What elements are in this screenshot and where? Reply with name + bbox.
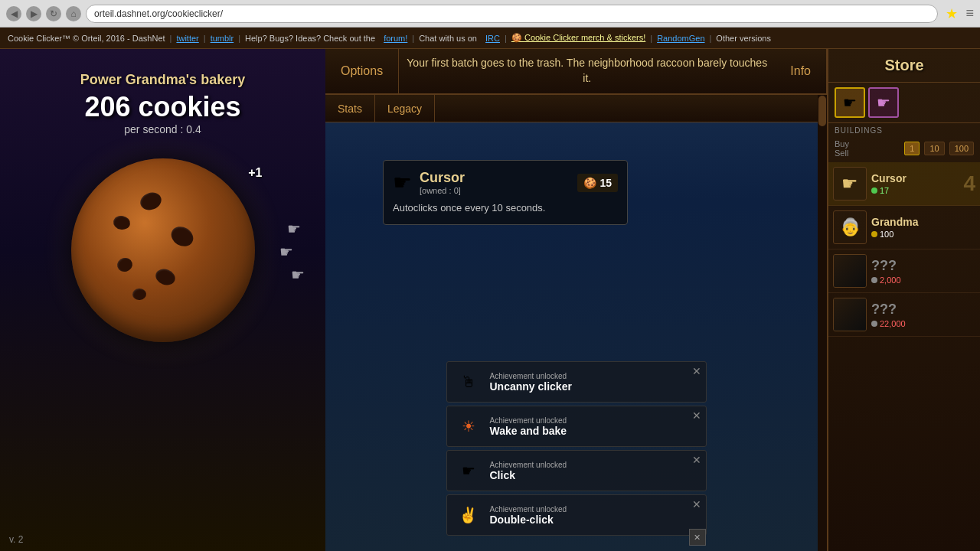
options-button[interactable]: Options	[325, 49, 399, 93]
left-panel: Power Grandma's bakery 206 cookies per s…	[0, 49, 325, 551]
ach-click-icon: ☛	[455, 457, 482, 484]
refresh-button[interactable]: ↻	[46, 6, 61, 21]
ach-uncanny-close[interactable]: ✕	[692, 365, 701, 377]
ach-wake-icon: ☀	[455, 412, 482, 440]
browser-menu[interactable]: ≡	[965, 5, 974, 21]
ach-wake-text: Achievement unlocked Wake and bake	[490, 416, 698, 437]
grandma-building-name: Grandma	[871, 216, 975, 228]
choc-chip	[153, 266, 177, 288]
grandma-price-text: 100	[880, 230, 893, 239]
tooltip-description: Autoclicks once every 10 seconds.	[393, 201, 618, 215]
unknown1-name: ???	[871, 258, 975, 274]
unknown2-name: ???	[871, 302, 975, 318]
cursor-price: 17	[871, 186, 975, 195]
qty-1-button[interactable]: 1	[904, 142, 920, 155]
ach-wake-close[interactable]: ✕	[692, 409, 701, 422]
info-button[interactable]: Info	[775, 49, 827, 93]
ach-uncanny-name: Uncanny clicker	[490, 380, 698, 393]
ach-unlocked-label: Achievement unlocked	[490, 372, 698, 380]
cookie-count: 206 cookies	[84, 91, 240, 123]
ach-double-close[interactable]: ✕	[692, 498, 701, 510]
middle-panel: Options Your first batch goes to the tra…	[325, 49, 827, 551]
help-text: Help? Bugs? Ideas? Check out the	[245, 34, 375, 43]
secondary-buttons: Stats Legacy	[325, 95, 827, 122]
top-nav: Cookie Clicker™ © Orteil, 2016 - DashNet…	[0, 28, 980, 49]
tab-buildings[interactable]: ☛	[835, 87, 865, 118]
ach-uncanny-icon: 🖱	[455, 368, 482, 396]
merch-link[interactable]: 🍪 Cookie Clicker merch & stickers!	[511, 33, 645, 43]
copyright-text: Cookie Clicker™ © Orteil, 2016 - DashNet	[8, 34, 165, 43]
scroll-thumb	[818, 96, 826, 126]
tab-upgrades[interactable]: ☛	[868, 87, 899, 118]
random-link[interactable]: RandomGen	[657, 34, 704, 43]
news-text: Your first batch goes to the trash. The …	[407, 56, 767, 86]
all-close-button[interactable]: ✕	[689, 529, 706, 546]
grandma-price-dot	[871, 231, 877, 237]
legacy-button[interactable]: Legacy	[375, 95, 435, 122]
cursor-float-2: ☛	[279, 243, 293, 261]
unknown2-price-dot	[871, 321, 877, 327]
unknown2-info: ??? 22,000	[871, 302, 975, 328]
building-cursor[interactable]: ☛ Cursor 17 4	[828, 162, 980, 206]
tooltip-header: ☛ Cursor [owned : 0] 🍪 15	[393, 170, 618, 195]
grandma-info: Grandma 100	[871, 216, 975, 239]
tumblr-link[interactable]: tumblr	[211, 34, 234, 43]
ach-double-name: Double-click	[490, 514, 698, 526]
tooltip-name: Cursor	[420, 170, 570, 186]
ach-wake-unlocked: Achievement unlocked	[490, 416, 698, 425]
building-unknown-2[interactable]: ??? 22,000	[828, 293, 980, 337]
tooltip-cursor-icon: ☛	[393, 170, 412, 195]
choc-chip	[132, 288, 146, 301]
building-unknown-1[interactable]: ??? 2,000	[828, 249, 980, 293]
cursor-float-1: ☛	[287, 220, 301, 238]
building-grandma[interactable]: 👵 Grandma 100	[828, 206, 980, 249]
price-number: 15	[599, 177, 612, 189]
unknown1-price-dot	[871, 277, 877, 283]
middle-scrollbar[interactable]	[818, 95, 827, 551]
buy-sell-row: Buy Sell 1 10 100	[828, 138, 980, 162]
grandma-price: 100	[871, 230, 975, 239]
achievement-click: ☛ Achievement unlocked Click ✕	[446, 450, 707, 491]
qty-10-button[interactable]: 10	[924, 142, 944, 155]
top-buttons: Options Your first batch goes to the tra…	[325, 49, 827, 95]
cursor-price-dot	[871, 187, 877, 194]
unknown1-price-text: 2,000	[880, 276, 901, 285]
unknown1-icon	[833, 254, 867, 288]
twitter-link[interactable]: twitter	[176, 34, 198, 43]
back-button[interactable]: ◀	[6, 6, 21, 21]
unknown1-info: ??? 2,000	[871, 258, 975, 285]
unknown2-price-text: 22,000	[880, 319, 906, 328]
tooltip-title-area: Cursor [owned : 0]	[420, 170, 570, 195]
bookmark-star[interactable]: ★	[946, 5, 958, 22]
home-button[interactable]: ⌂	[66, 6, 81, 21]
store-tabs: ☛ ☛	[828, 83, 980, 123]
ach-double-icon: ✌	[455, 501, 482, 529]
price-cookie-icon: 🍪	[583, 177, 596, 189]
unknown2-icon	[833, 298, 867, 331]
cursor-building-name: Cursor	[871, 172, 975, 184]
buildings-label: Buildings	[828, 123, 980, 138]
other-versions: Other versions	[716, 34, 771, 43]
achievement-double: ✌ Achievement unlocked Double-click ✕ ✕	[446, 494, 707, 536]
store-title: Store	[828, 49, 980, 83]
cursor-building-icon: ☛	[833, 167, 867, 201]
stats-button[interactable]: Stats	[325, 95, 375, 122]
right-panel: Store ☛ ☛ Buildings Buy Sell 1 10 100 ☛ …	[827, 49, 980, 551]
forward-button[interactable]: ▶	[26, 6, 41, 21]
irc-link[interactable]: IRC	[485, 34, 500, 43]
ach-wake-name: Wake and bake	[490, 425, 698, 437]
choc-chip	[168, 223, 197, 250]
choc-chip	[112, 214, 131, 231]
tooltip-price: 🍪 15	[577, 174, 618, 192]
big-cookie[interactable]	[71, 158, 255, 342]
bakery-title: Power Grandma's bakery	[80, 72, 245, 88]
forum-link[interactable]: forum!	[384, 34, 407, 43]
version-label: v. 2	[9, 534, 23, 545]
achievement-wake: ☀ Achievement unlocked Wake and bake ✕	[446, 406, 707, 447]
qty-100-button[interactable]: 100	[949, 142, 974, 155]
cursor-info: Cursor 17	[871, 172, 975, 195]
url-bar[interactable]	[86, 5, 938, 23]
ach-click-close[interactable]: ✕	[692, 454, 701, 466]
cursor-tooltip: ☛ Cursor [owned : 0] 🍪 15 Autoclicks onc…	[383, 160, 628, 225]
cursor-price-text: 17	[880, 186, 889, 195]
